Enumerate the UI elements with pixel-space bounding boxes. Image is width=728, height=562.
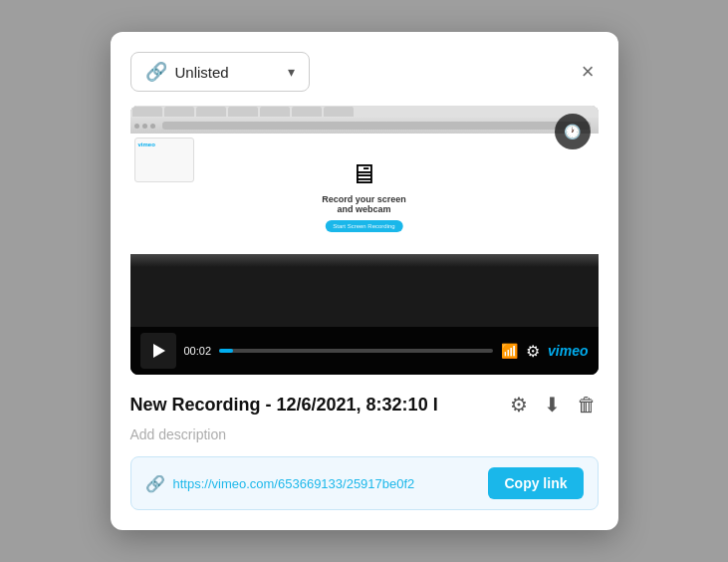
progress-fill <box>219 349 233 353</box>
browser-tab <box>164 107 194 117</box>
vimeo-small-logo: vimeo <box>138 141 190 147</box>
vimeo-watermark: vimeo <box>548 343 588 359</box>
video-url: https://vimeo.com/653669133/25917be0f2 <box>173 476 481 491</box>
play-icon <box>153 344 165 358</box>
link-privacy-icon: 🔗 <box>145 61 167 83</box>
clock-overlay: 🕐 <box>555 114 591 149</box>
start-recording-button-mock: Start Screen Recording <box>325 220 402 232</box>
browser-tabs <box>130 106 599 118</box>
browser-content: vimeo 🖥 Record your screenand webcam Sta… <box>130 134 599 254</box>
monitor-icon: 🖥 <box>322 157 406 190</box>
play-button[interactable] <box>140 333 176 369</box>
video-player: vimeo 🖥 Record your screenand webcam Sta… <box>130 106 599 375</box>
browser-dot <box>134 124 139 129</box>
modal-header: 🔗 Unlisted ▾ × <box>130 52 599 92</box>
browser-tab <box>260 107 290 117</box>
delete-button[interactable]: 🗑 <box>575 392 599 419</box>
copy-link-button[interactable]: Copy link <box>488 467 583 499</box>
privacy-label: Unlisted <box>175 64 229 81</box>
browser-mockup: vimeo 🖥 Record your screenand webcam Sta… <box>130 106 599 254</box>
title-row: New Recording - 12/6/2021, 8:32:10 I ⚙ ⬇… <box>130 391 599 419</box>
browser-tab <box>132 107 162 117</box>
record-content: 🖥 Record your screenand webcam Start Scr… <box>322 157 406 232</box>
close-button[interactable]: × <box>578 61 599 83</box>
browser-bar <box>130 118 599 134</box>
time-display: 00:02 <box>184 345 212 357</box>
browser-dot <box>142 124 147 129</box>
recording-title: New Recording - 12/6/2021, 8:32:10 I <box>130 395 496 416</box>
settings-icon[interactable]: ⚙ <box>526 342 540 361</box>
browser-tab <box>228 107 258 117</box>
volume-icon[interactable]: 📶 <box>501 343 518 359</box>
clock-icon: 🕐 <box>564 124 581 140</box>
record-screen-text: Record your screenand webcam <box>322 194 406 214</box>
video-controls: 00:02 📶 ⚙ vimeo <box>130 327 599 375</box>
modal-container: 🔗 Unlisted ▾ × <box>111 32 618 530</box>
link-row: 🔗 https://vimeo.com/653669133/25917be0f2… <box>130 456 599 510</box>
vimeo-sidebar-card: vimeo <box>134 138 194 182</box>
download-button[interactable]: ⬇ <box>542 391 563 419</box>
browser-tab <box>196 107 226 117</box>
settings-button[interactable]: ⚙ <box>508 391 530 419</box>
description-field[interactable]: Add description <box>130 426 599 442</box>
browser-dot <box>150 124 155 129</box>
link-icon: 🔗 <box>145 474 165 493</box>
browser-url-bar <box>162 122 591 130</box>
browser-tab <box>292 107 322 117</box>
chevron-down-icon: ▾ <box>288 64 295 80</box>
privacy-dropdown[interactable]: 🔗 Unlisted ▾ <box>130 52 310 92</box>
info-section: New Recording - 12/6/2021, 8:32:10 I ⚙ ⬇… <box>130 391 599 442</box>
progress-bar[interactable] <box>219 349 493 353</box>
browser-tab <box>324 107 354 117</box>
